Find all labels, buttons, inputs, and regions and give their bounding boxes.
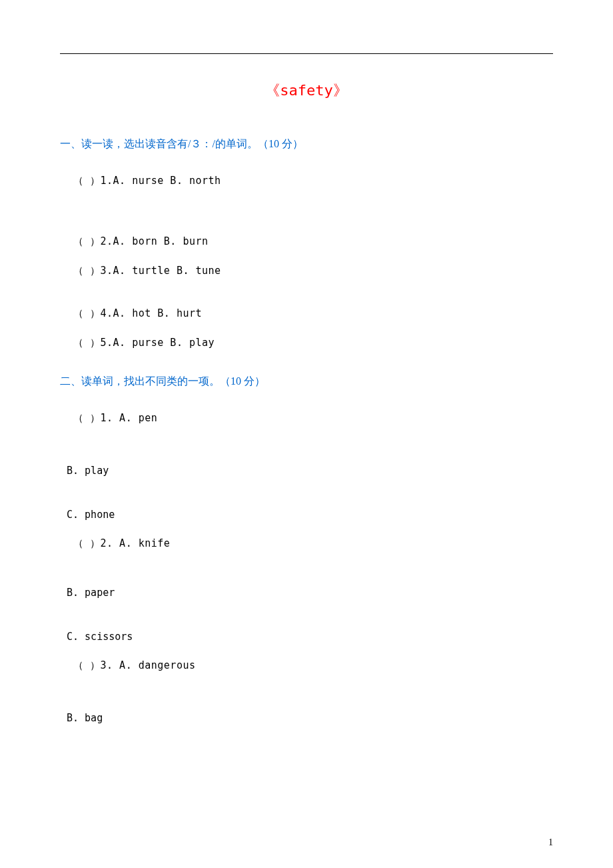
section1-q2: （ ）2.A. born B. burn (73, 235, 553, 248)
section2-q3-optB: B. bag (67, 712, 553, 724)
document-title: 《safety》 (60, 81, 553, 101)
section-1: 一、读一读，选出读音含有/３：/的单词。（10 分） （ ）1.A. nurse… (60, 137, 553, 349)
page-number: 1 (548, 837, 553, 848)
section2-q3-line: （ ）3. A. dangerous (73, 659, 553, 672)
section1-q1: （ ）1.A. nurse B. north (73, 175, 553, 187)
section2-q1-line: （ ）1. A. pen (73, 412, 553, 425)
section2-q2-line: （ ）2. A. knife (73, 537, 553, 550)
section-2-heading: 二、读单词，找出不同类的一项。（10 分） (60, 375, 553, 389)
section1-q3: （ ）3.A. turtle B. tune (73, 265, 553, 277)
section1-q5: （ ）5.A. purse B. play (73, 337, 553, 349)
top-rule-line (60, 53, 553, 54)
section2-q1-optB: B. play (67, 465, 553, 477)
section2-q2-optB: B. paper (67, 587, 553, 599)
section1-q4: （ ）4.A. hot B. hurt (73, 307, 553, 320)
section2-q2-optC: C. scissors (67, 631, 553, 643)
section-2: 二、读单词，找出不同类的一项。（10 分） （ ）1. A. pen B. pl… (60, 375, 553, 724)
section2-q1-optC: C. phone (67, 509, 553, 521)
section-1-heading: 一、读一读，选出读音含有/３：/的单词。（10 分） (60, 137, 553, 151)
